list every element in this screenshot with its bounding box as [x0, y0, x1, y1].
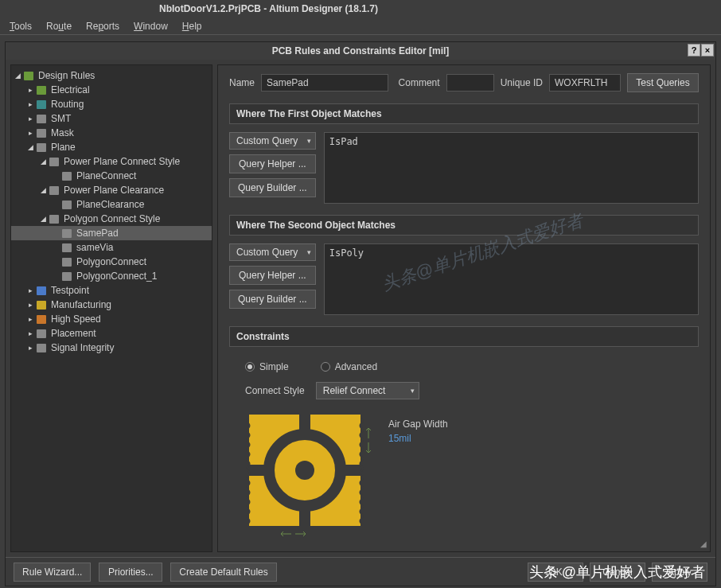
menu-tools[interactable]: Tools	[3, 19, 38, 33]
section1-header: Where The First Object Matches	[229, 103, 699, 124]
svg-rect-3	[249, 465, 273, 476]
tree-smt[interactable]: ▸SMT	[11, 111, 212, 126]
radio-simple[interactable]: Simple	[245, 361, 289, 372]
ok-button[interactable]: OK	[528, 563, 583, 582]
name-input[interactable]	[261, 74, 388, 92]
relief-preview	[245, 411, 372, 538]
name-label: Name	[229, 77, 255, 88]
constraints-header: Constraints	[229, 326, 699, 347]
tree-ppc[interactable]: ◢Power Plane Clearance	[11, 183, 212, 197]
tree-routing[interactable]: ▸Routing	[11, 97, 212, 111]
section2-header: Where The Second Object Matches	[229, 215, 699, 236]
dialog-title-bar: PCB Rules and Constraints Editor [mil] ?…	[6, 42, 715, 60]
tree-polygonconnect1[interactable]: PolygonConnect_1	[11, 269, 212, 283]
uniqueid-label: Unique ID	[501, 77, 543, 88]
tree-planeclearance[interactable]: PlaneClearance	[11, 197, 212, 212]
section1-query-text[interactable]: IsPad	[324, 132, 699, 204]
air-gap-label: Air Gap Width	[388, 419, 448, 430]
priorities-button[interactable]: Priorities...	[99, 563, 162, 582]
tree-polygonconnect[interactable]: PolygonConnect	[11, 255, 212, 269]
comment-label: Comment	[399, 77, 440, 88]
svg-rect-5	[299, 415, 310, 438]
menu-route[interactable]: Route	[40, 19, 78, 33]
connect-style-dropdown[interactable]: Relief Connect	[316, 382, 419, 399]
section2-scope-dropdown[interactable]: Custom Query	[229, 243, 316, 261]
tree-samevia[interactable]: sameVia	[11, 240, 212, 255]
window-title-bar: NbIotDoorV1.2.PrjPCB - Altium Designer (…	[0, 0, 721, 18]
rules-tree[interactable]: ◢Design Rules ▸Electrical ▸Routing ▸SMT …	[10, 64, 212, 552]
tree-samepad[interactable]: SamePad	[11, 226, 212, 240]
uniqueid-input[interactable]	[549, 74, 621, 92]
tree-root[interactable]: ◢Design Rules	[11, 68, 212, 83]
menu-window[interactable]: Window	[127, 19, 174, 33]
rule-content: Name Comment Unique ID Test Queries Wher…	[217, 64, 711, 552]
rule-wizard-button[interactable]: Rule Wizard...	[14, 563, 91, 582]
tree-manufacturing[interactable]: ▸Manufacturing	[11, 298, 212, 312]
close-icon[interactable]: ×	[701, 44, 714, 56]
radio-dot-icon	[321, 362, 330, 372]
svg-point-2	[295, 461, 314, 480]
window-title: NbIotDoorV1.2.PrjPCB - Altium Designer (…	[159, 3, 378, 14]
dialog-footer: Rule Wizard... Priorities... Create Defa…	[6, 557, 715, 586]
menu-reports[interactable]: Reports	[80, 19, 126, 33]
tree-signal[interactable]: ▸Signal Integrity	[11, 341, 212, 355]
menu-bar: Tools Route Reports Window Help	[0, 18, 721, 35]
tree-pcs[interactable]: ◢Polygon Connect Style	[11, 212, 212, 226]
dialog-title: PCB Rules and Constraints Editor [mil]	[272, 45, 450, 56]
tree-ppcs[interactable]: ◢Power Plane Connect Style	[11, 154, 212, 169]
tree-testpoint[interactable]: ▸Testpoint	[11, 283, 212, 298]
menu-help[interactable]: Help	[176, 19, 209, 33]
tree-highspeed[interactable]: ▸High Speed	[11, 312, 212, 326]
tree-placement[interactable]: ▸Placement	[11, 326, 212, 341]
rules-editor-dialog: PCB Rules and Constraints Editor [mil] ?…	[5, 41, 716, 586]
radio-advanced[interactable]: Advanced	[321, 361, 377, 372]
comment-input[interactable]	[446, 74, 494, 92]
help-icon[interactable]: ?	[688, 44, 700, 56]
svg-rect-4	[337, 465, 360, 476]
air-gap-value[interactable]: 15mil	[388, 433, 448, 444]
test-queries-button[interactable]: Test Queries	[627, 73, 699, 92]
tree-planeconnect[interactable]: PlaneConnect	[11, 169, 212, 183]
section2-query-helper-button[interactable]: Query Helper ...	[229, 266, 316, 285]
section1-scope-dropdown[interactable]: Custom Query	[229, 132, 316, 150]
svg-rect-6	[299, 502, 310, 526]
tree-electrical[interactable]: ▸Electrical	[11, 83, 212, 97]
tree-plane[interactable]: ◢Plane	[11, 140, 212, 154]
cancel-button[interactable]: Cancel	[590, 563, 645, 582]
tree-mask[interactable]: ▸Mask	[11, 126, 212, 140]
section1-query-builder-button[interactable]: Query Builder ...	[229, 178, 316, 197]
apply-button[interactable]: Apply	[652, 563, 707, 582]
radio-dot-icon	[245, 362, 255, 372]
section2-query-text[interactable]: IsPoly	[324, 243, 699, 315]
section2-query-builder-button[interactable]: Query Builder ...	[229, 290, 316, 309]
create-default-button[interactable]: Create Default Rules	[170, 563, 276, 582]
connect-style-label: Connect Style	[245, 385, 305, 396]
section1-query-helper-button[interactable]: Query Helper ...	[229, 154, 316, 173]
scroll-corner-icon[interactable]: ◢	[700, 539, 707, 548]
